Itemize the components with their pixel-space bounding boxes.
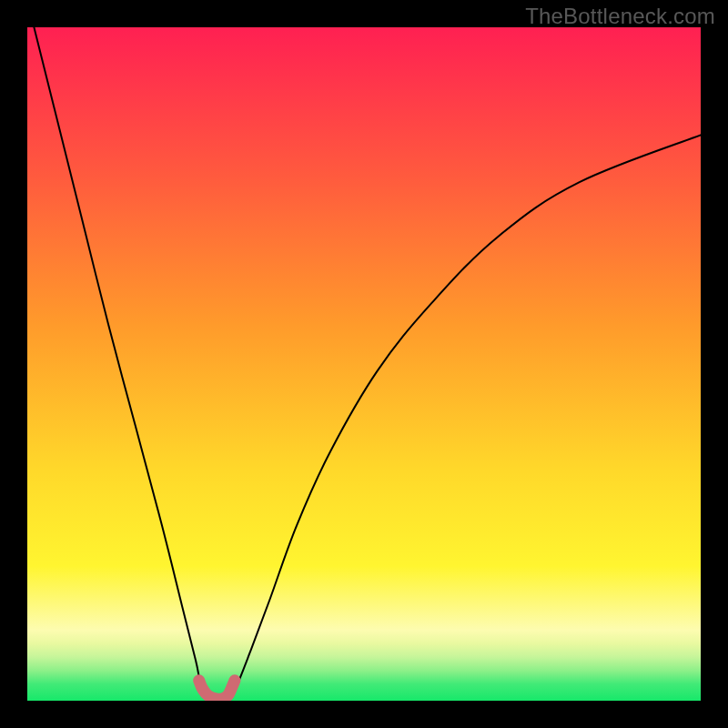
bottleneck-curve <box>27 27 701 701</box>
chart-frame <box>27 27 701 701</box>
watermark-text: TheBottleneck.com <box>525 4 715 29</box>
optimal-region-marker <box>199 681 235 699</box>
curve-line <box>34 27 701 699</box>
